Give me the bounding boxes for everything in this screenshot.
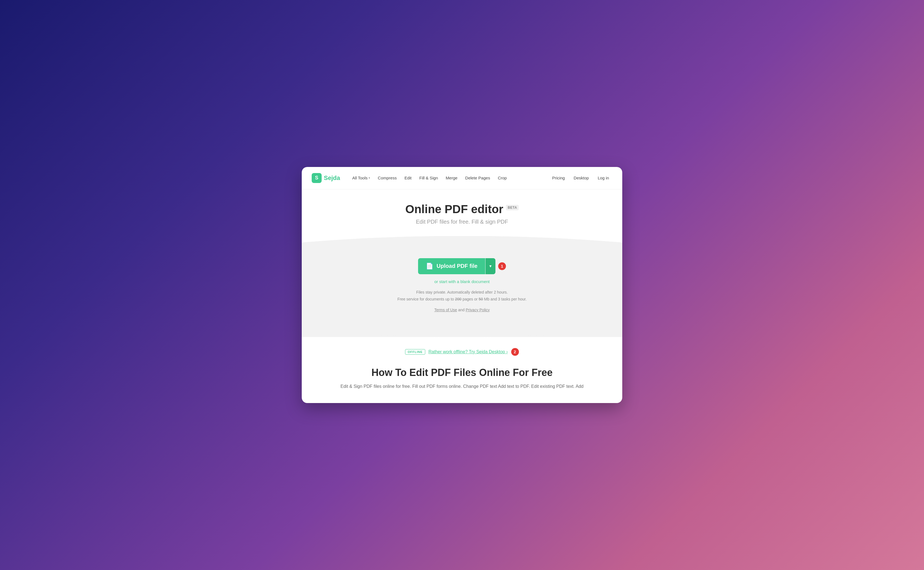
nav-right: Pricing Desktop Log in — [549, 174, 612, 182]
main-card: S Sejda All Tools ▾ Compress Edit Fill &… — [302, 167, 622, 403]
caret-down-icon: ▾ — [490, 264, 491, 269]
hero-subtitle: Edit PDF files for free. Fill & sign PDF — [312, 219, 612, 225]
upload-dropdown-button[interactable]: ▾ — [485, 258, 496, 274]
logo-link[interactable]: S Sejda — [312, 173, 340, 183]
offline-link[interactable]: Rather work offline? Try Sejda Desktop › — [428, 349, 508, 354]
nav-left: All Tools ▾ Compress Edit Fill & Sign Me… — [349, 174, 549, 182]
how-to-title: How To Edit PDF Files Online For Free — [312, 367, 612, 378]
nav-login[interactable]: Log in — [594, 174, 612, 182]
nav-all-tools[interactable]: All Tools ▾ — [349, 174, 373, 182]
offline-badge: 2 — [511, 348, 519, 356]
pdf-file-icon: 📄 — [426, 263, 433, 270]
upload-pdf-button[interactable]: 📄 Upload PDF file — [418, 258, 485, 274]
offline-banner: OFFLINE Rather work offline? Try Sejda D… — [405, 348, 519, 356]
blank-document-link[interactable]: or start with a blank document — [434, 279, 490, 284]
upload-button-row: 📄 Upload PDF file ▾ 1 — [418, 258, 506, 274]
navbar: S Sejda All Tools ▾ Compress Edit Fill &… — [302, 167, 622, 189]
chevron-down-icon: ▾ — [369, 176, 370, 179]
nav-delete-pages[interactable]: Delete Pages — [462, 174, 494, 182]
nav-edit[interactable]: Edit — [401, 174, 415, 182]
nav-merge[interactable]: Merge — [442, 174, 461, 182]
nav-compress[interactable]: Compress — [375, 174, 400, 182]
nav-crop[interactable]: Crop — [495, 174, 510, 182]
nav-fill-sign[interactable]: Fill & Sign — [416, 174, 442, 182]
policy-links: Terms of Use and Privacy Policy — [434, 308, 490, 312]
hero-section: Online PDF editor BETA Edit PDF files fo… — [302, 189, 622, 225]
nav-pricing[interactable]: Pricing — [549, 174, 568, 182]
privacy-info: Files stay private. Automatically delete… — [397, 289, 527, 303]
logo-text: Sejda — [324, 175, 340, 182]
logo-icon: S — [312, 173, 322, 183]
upload-badge: 1 — [498, 262, 506, 270]
upload-section: 📄 Upload PDF file ▾ 1 or start with a bl… — [302, 236, 622, 337]
terms-of-use-link[interactable]: Terms of Use — [434, 308, 457, 312]
hero-title: Online PDF editor BETA — [405, 202, 519, 216]
nav-desktop[interactable]: Desktop — [570, 174, 592, 182]
offline-tag: OFFLINE — [405, 349, 425, 355]
upload-button-combined: 📄 Upload PDF file ▾ — [418, 258, 496, 274]
chevron-right-icon: › — [506, 349, 508, 354]
upload-center: 📄 Upload PDF file ▾ 1 or start with a bl… — [312, 258, 612, 312]
privacy-policy-link[interactable]: Privacy Policy — [466, 308, 490, 312]
beta-badge: BETA — [506, 205, 519, 210]
bottom-content: OFFLINE Rather work offline? Try Sejda D… — [302, 337, 622, 403]
how-to-description: Edit & Sign PDF files online for free. F… — [312, 383, 612, 390]
